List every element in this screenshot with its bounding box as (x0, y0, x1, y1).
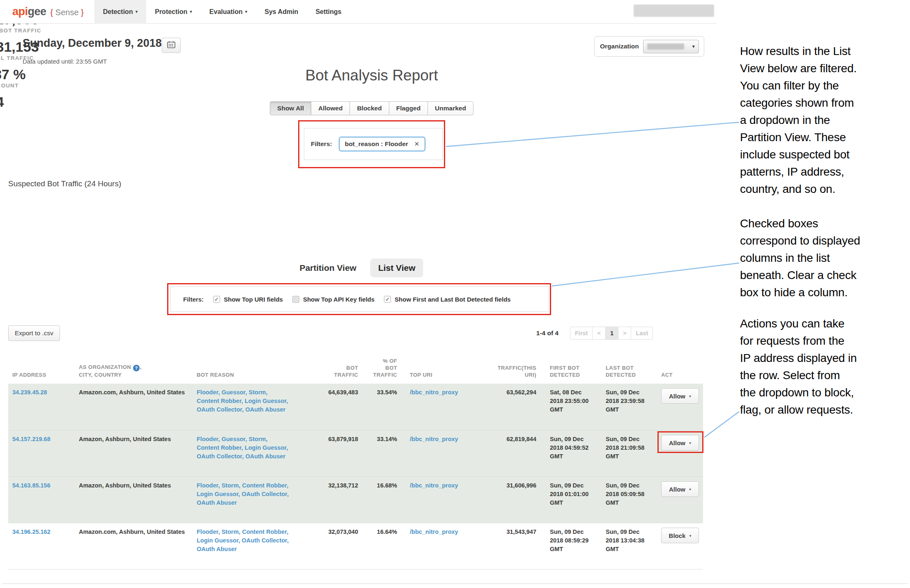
ip-address-link[interactable]: 34.196.25.162 (12, 529, 51, 535)
column-header-pct: % OF BOT TRAFFIC (362, 357, 402, 384)
pagination-next[interactable]: > (618, 327, 631, 340)
pagination-last[interactable]: Last (631, 327, 653, 340)
action-dropdown-allow[interactable]: Allow▾ (661, 435, 699, 451)
column-header-first: FIRST BOT DETECTED (542, 364, 603, 384)
view-switcher: Partition View List View (299, 259, 423, 277)
tab-flagged[interactable]: Flagged (389, 101, 428, 115)
bot-reason-link[interactable]: Content Robber (197, 444, 241, 451)
tab-unmarked[interactable]: Unmarked (427, 101, 473, 115)
reason-separator: , (245, 436, 248, 442)
bot-reason-link[interactable]: Login Guessor (197, 491, 239, 497)
bot-reason-link[interactable]: OAuth Abuser (245, 406, 285, 413)
action-dropdown-allow[interactable]: Allow▾ (661, 481, 699, 497)
bot-reason-link[interactable]: OAuth Abuser (245, 453, 285, 460)
remove-filter-icon[interactable]: ✕ (414, 140, 420, 148)
ip-address-cell: 54.157.219.68 (8, 435, 70, 472)
checkbox-checked-icon[interactable]: ✓ (213, 296, 220, 303)
pct-bot-traffic-cell: 33.14% (362, 435, 402, 472)
nav-item-sys-admin[interactable]: Sys Admin (256, 0, 307, 24)
export-csv-button[interactable]: Export to .csv (8, 325, 60, 341)
bot-reason-link[interactable]: Storm (249, 436, 266, 442)
bot-reason-link[interactable]: Login Guessor (245, 398, 287, 404)
checkbox-label: Show First and Last Bot Detected fields (395, 296, 511, 303)
checkbox-checked-icon[interactable]: ✓ (384, 296, 391, 303)
ip-address-link[interactable]: 54.163.85.156 (12, 482, 51, 489)
nav-item-detection[interactable]: Detection▾ (94, 0, 146, 24)
uri-traffic-cell: 31,543,947 (480, 528, 542, 565)
filter-chip-bot-reason[interactable]: bot_reason : Flooder ✕ (339, 137, 426, 151)
bot-reason-link[interactable]: Storm (249, 389, 266, 396)
nav-item-evaluation[interactable]: Evaluation▾ (201, 0, 256, 24)
nav-item-label: Detection (103, 8, 133, 16)
first-bot-detected-cell: Sat, 08 Dec 2018 23:55:00 GMT (542, 388, 603, 426)
tab-allowed[interactable]: Allowed (311, 101, 350, 115)
ip-address-link[interactable]: 54.157.219.68 (12, 436, 51, 442)
pagination-prev[interactable]: < (592, 327, 605, 340)
column-filter-show-top-uri-fields[interactable]: ✓Show Top URI fields (213, 296, 283, 303)
uri-traffic-cell: 62,819,844 (480, 435, 542, 472)
chevron-down-icon: ▾ (689, 533, 691, 538)
date-picker-button[interactable] (162, 38, 181, 53)
nav-item-label: Sys Admin (264, 8, 298, 16)
first-bot-detected-cell: Sun, 09 Dec 2018 08:59:29 GMT (542, 528, 603, 565)
bot-reason-link[interactable]: Flooder (197, 482, 218, 489)
nav-item-protection[interactable]: Protection▾ (146, 0, 201, 24)
bot-reason-link[interactable]: Login Guessor (245, 444, 287, 451)
bot-reason-cell: Flooder, Storm, Content Robber, Login Gu… (194, 481, 292, 519)
tab-blocked[interactable]: Blocked (349, 101, 389, 115)
bot-reason-link[interactable]: OAuth Collector (197, 406, 242, 413)
tab-partition-view[interactable]: Partition View (299, 263, 356, 273)
organization-label: Organization (600, 43, 639, 50)
checkbox-label: Show Top API Key fields (303, 296, 375, 303)
apigee-logo[interactable]: apigee { Sense } (12, 5, 84, 18)
reason-separator: , (241, 398, 245, 404)
bot-reason-link[interactable]: OAuth Collector (197, 453, 242, 460)
column-header-action: ACT (660, 371, 703, 384)
uri-traffic-cell: 31,606,996 (480, 481, 542, 519)
top-uri-link[interactable]: /bbc_nitro_proxy (410, 389, 458, 396)
bot-reason-link[interactable]: Flooder (197, 436, 218, 442)
pct-bot-traffic-cell: 33.54% (362, 388, 402, 426)
bot-reason-link[interactable]: OAuth Abuser (197, 546, 237, 552)
action-dropdown-block[interactable]: Block▾ (661, 528, 699, 543)
top-uri-link[interactable]: /bbc_nitro_proxy (410, 529, 458, 535)
bot-reason-link[interactable]: Storm (221, 529, 239, 535)
bot-reason-link[interactable]: Flooder (197, 529, 218, 535)
annotation-note-filtering: How results in the List View below are f… (740, 43, 910, 198)
annotation-note-checkboxes: Checked boxes correspond to displayed co… (740, 215, 910, 301)
top-uri-link[interactable]: /bbc_nitro_proxy (410, 436, 458, 442)
tab-show-all[interactable]: Show All (270, 101, 311, 115)
action-cell: Block▾ (660, 528, 703, 565)
top-uri-link[interactable]: /bbc_nitro_proxy (410, 482, 458, 489)
nav-item-settings[interactable]: Settings (307, 0, 350, 24)
bot-reason-link[interactable]: Guessor (221, 389, 245, 396)
column-filter-show-first-and-last-bot-detected-fields[interactable]: ✓Show First and Last Bot Detected fields (384, 296, 511, 303)
bot-reason-link[interactable]: Login Guessor (197, 537, 239, 544)
bot-reason-link[interactable]: OAuth Collector (242, 491, 287, 497)
uri-traffic-cell: 63,562,294 (480, 388, 542, 426)
reason-separator: , (286, 398, 288, 404)
stat-suspected-bot-traffic: SUSPECTED BOT TRAFFIC192,731,153 (0, 27, 41, 55)
bot-reason-link[interactable]: Content Robber (242, 529, 287, 535)
pagination-page[interactable]: 1 (605, 327, 618, 340)
bot-reason-link[interactable]: Content Robber (197, 398, 241, 404)
bot-reason-link[interactable]: OAuth Collector (242, 537, 287, 544)
ip-address-link[interactable]: 34.239.45.28 (12, 389, 47, 396)
column-header-last: LAST BOT DETECTED (603, 364, 660, 384)
organization-dropdown[interactable]: ▾ (643, 40, 699, 53)
redacted-user-account[interactable] (634, 5, 714, 17)
reason-separator: , (239, 491, 242, 497)
pagination-first[interactable]: First (570, 327, 593, 340)
bot-reason-link[interactable]: Flooder (197, 389, 218, 396)
bot-reason-link[interactable]: Storm (221, 482, 239, 489)
column-filter-show-top-api-key-fields[interactable]: Show Top API Key fields (292, 296, 375, 303)
bot-reason-link[interactable]: Content Robber (242, 482, 287, 489)
ip-address-cell: 54.163.85.156 (8, 481, 70, 519)
ip-address-cell: 34.196.25.162 (8, 528, 70, 565)
checkbox-unchecked-icon[interactable] (292, 296, 299, 303)
bot-reason-link[interactable]: OAuth Abuser (197, 499, 237, 506)
action-dropdown-allow[interactable]: Allow▾ (661, 388, 699, 404)
bot-reason-link[interactable]: Guessor (221, 436, 245, 442)
tab-list-view[interactable]: List View (370, 259, 423, 277)
help-icon[interactable]: ? (133, 365, 140, 371)
